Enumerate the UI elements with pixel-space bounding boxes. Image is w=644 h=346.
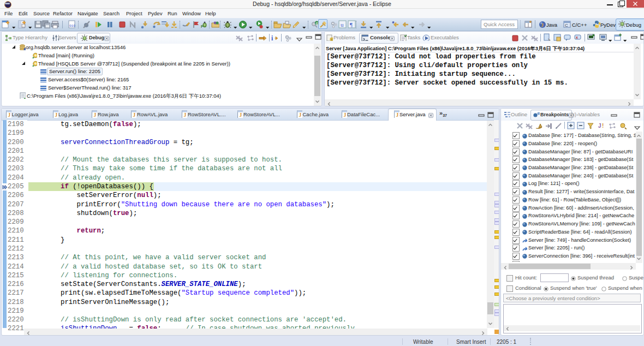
svg-text:P: P — [201, 25, 204, 28]
svg-text:J: J — [541, 22, 544, 28]
svg-text:J: J — [240, 112, 242, 118]
svg-text:¶: ¶ — [350, 21, 353, 28]
svg-text:J: J — [55, 112, 58, 118]
svg-text:J: J — [598, 123, 601, 129]
svg-text:J: J — [184, 112, 187, 118]
svg-text:i: i — [271, 34, 273, 42]
svg-text:J: J — [299, 112, 302, 118]
svg-text:J: J — [94, 112, 97, 118]
svg-text:J: J — [344, 112, 347, 118]
svg-text:x: x — [576, 35, 578, 39]
svg-text:u: u — [341, 21, 344, 28]
svg-text:C: C — [565, 23, 568, 28]
svg-text:!: ! — [602, 123, 604, 129]
svg-text:J: J — [133, 112, 136, 118]
svg-text:J: J — [8, 112, 11, 118]
svg-text:J: J — [396, 112, 399, 118]
svg-text:010: 010 — [69, 24, 75, 28]
